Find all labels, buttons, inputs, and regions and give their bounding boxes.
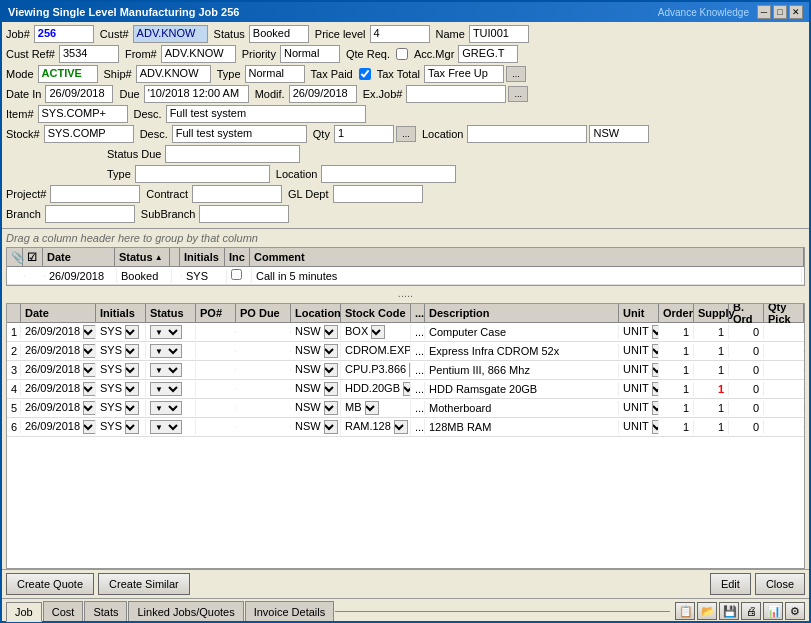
create-similar-button[interactable]: Create Similar: [98, 573, 190, 595]
cust-ref-label: Cust Ref#: [6, 48, 55, 60]
description-header[interactable]: Description: [425, 304, 619, 322]
drag-area: Drag a column header here to group by th…: [2, 228, 809, 247]
ex-job-ellipsis[interactable]: ...: [508, 86, 528, 102]
tab-stats[interactable]: Stats: [84, 601, 127, 621]
po-due-header[interactable]: PO Due: [236, 304, 291, 322]
status-due-label: Status Due: [107, 148, 161, 160]
unit-header[interactable]: Unit: [619, 304, 659, 322]
initials-dropdown[interactable]: ▼: [125, 363, 139, 377]
location-dropdown[interactable]: ▼: [324, 344, 338, 358]
row-date-cell: 26/09/2018 ▼: [21, 400, 96, 417]
date-dropdown[interactable]: ▼: [83, 401, 96, 415]
row-initials-cell: SYS ▼: [96, 381, 146, 398]
row-supply-cell: 1: [694, 325, 729, 339]
row-po-due-cell: [236, 407, 291, 409]
row-initials-cell: SYS ▼: [96, 362, 146, 379]
toolbar-icon-3[interactable]: 💾: [719, 602, 739, 620]
location-header[interactable]: Location: [291, 304, 341, 322]
location-dropdown[interactable]: ▼: [324, 420, 338, 434]
initials-dropdown[interactable]: ▼: [125, 420, 139, 434]
comment-col-header[interactable]: Comment: [250, 248, 804, 266]
initials-dropdown[interactable]: ▼: [125, 344, 139, 358]
unit-dropdown[interactable]: ▼: [652, 420, 659, 434]
inc-checkbox[interactable]: [231, 269, 242, 280]
stock-dropdown[interactable]: ▼: [365, 401, 379, 415]
status-dropdown[interactable]: ▼: [150, 420, 182, 434]
desc2-value: Full test system: [172, 125, 307, 143]
status-col-header[interactable]: Status ▲: [115, 248, 170, 266]
tab-cost[interactable]: Cost: [43, 601, 84, 621]
toolbar-icon-2[interactable]: 📂: [697, 602, 717, 620]
restore-button[interactable]: □: [773, 5, 787, 19]
job-value: 256: [34, 25, 94, 43]
stock-dropdown[interactable]: ▼: [403, 382, 411, 396]
initials-dropdown[interactable]: ▼: [125, 401, 139, 415]
inc-col-header[interactable]: Inc: [225, 248, 250, 266]
unit-dropdown[interactable]: ▼: [652, 325, 659, 339]
tab-job[interactable]: Job: [6, 602, 42, 622]
toolbar-icon-4[interactable]: 🖨: [741, 602, 761, 620]
unit-dropdown[interactable]: ▼: [652, 382, 659, 396]
initials-header[interactable]: Initials: [96, 304, 146, 322]
stock-code-header[interactable]: Stock Code: [341, 304, 411, 322]
initials-dropdown[interactable]: ▼: [125, 382, 139, 396]
row-initials-cell: SYS ▼: [96, 343, 146, 360]
date-dropdown[interactable]: ▼: [83, 382, 96, 396]
close-button-footer[interactable]: Close: [755, 573, 805, 595]
date-dropdown[interactable]: ▼: [83, 363, 96, 377]
spacer-header: [170, 248, 180, 266]
create-quote-button[interactable]: Create Quote: [6, 573, 94, 595]
stock-dropdown[interactable]: ▼: [394, 420, 408, 434]
toolbar-icon-6[interactable]: ⚙: [785, 602, 805, 620]
close-button[interactable]: ✕: [789, 5, 803, 19]
unit-dropdown[interactable]: ▼: [652, 344, 659, 358]
status-dropdown[interactable]: ▼: [150, 401, 182, 415]
edit-button[interactable]: Edit: [710, 573, 751, 595]
tab-invoice[interactable]: Invoice Details: [245, 601, 335, 621]
qty-pick-header[interactable]: Qty Pick: [764, 304, 804, 322]
qte-req-checkbox[interactable]: [396, 48, 408, 60]
ex-job-value: [406, 85, 506, 103]
date-col-header[interactable]: Date: [43, 248, 115, 266]
row-qty-pick-cell: [764, 369, 804, 371]
status-value: Booked: [249, 25, 309, 43]
unit-dropdown[interactable]: ▼: [652, 401, 659, 415]
date-header[interactable]: Date: [21, 304, 96, 322]
status-dropdown[interactable]: ▼: [150, 325, 182, 339]
top-grid: 📎 ☑ Date Status ▲ Initials Inc Comment 2…: [6, 247, 805, 286]
date-dropdown[interactable]: ▼: [83, 344, 96, 358]
tab-linked-jobs[interactable]: Linked Jobs/Quotes: [128, 601, 243, 621]
row-date-cell: 26/09/2018 ▼: [21, 343, 96, 360]
toolbar-icon-1[interactable]: 📋: [675, 602, 695, 620]
status-dropdown[interactable]: ▼: [150, 382, 182, 396]
window-title: Viewing Single Level Manufacturing Job 2…: [8, 6, 239, 18]
row-supply-cell: 1: [694, 382, 729, 396]
date-dropdown[interactable]: ▼: [83, 325, 96, 339]
supply-header[interactable]: Supply: [694, 304, 729, 322]
minimize-button[interactable]: ─: [757, 5, 771, 19]
location-dropdown[interactable]: ▼: [324, 363, 338, 377]
unit-dropdown[interactable]: ▼: [652, 363, 659, 377]
b-ord-header[interactable]: B. Ord: [729, 304, 764, 322]
toolbar-icon-5[interactable]: 📊: [763, 602, 783, 620]
qty-ellipsis[interactable]: ...: [396, 126, 416, 142]
location-dropdown[interactable]: ▼: [324, 401, 338, 415]
tax-total-ellipsis[interactable]: ...: [506, 66, 526, 82]
status-header[interactable]: Status: [146, 304, 196, 322]
form-row-3: Mode ACTIVE Ship# ADV.KNOW Type Normal T…: [6, 65, 805, 83]
status-dropdown[interactable]: ▼: [150, 363, 182, 377]
order-header[interactable]: Order: [659, 304, 694, 322]
stock-dropdown[interactable]: ▼: [371, 325, 385, 339]
row-ellipsis-cell: ...: [411, 344, 425, 358]
po-header[interactable]: PO#: [196, 304, 236, 322]
initials-col-header[interactable]: Initials: [180, 248, 225, 266]
date-dropdown[interactable]: ▼: [83, 420, 96, 434]
location-dropdown[interactable]: ▼: [324, 382, 338, 396]
tab-job-label: Job: [15, 606, 33, 618]
initials-dropdown[interactable]: ▼: [125, 325, 139, 339]
status-dropdown[interactable]: ▼: [150, 344, 182, 358]
tax-paid-checkbox[interactable]: [359, 68, 371, 80]
row-unit-cell: UNIT ▼: [619, 324, 659, 341]
location-dropdown[interactable]: ▼: [324, 325, 338, 339]
branch-label: Branch: [6, 208, 41, 220]
